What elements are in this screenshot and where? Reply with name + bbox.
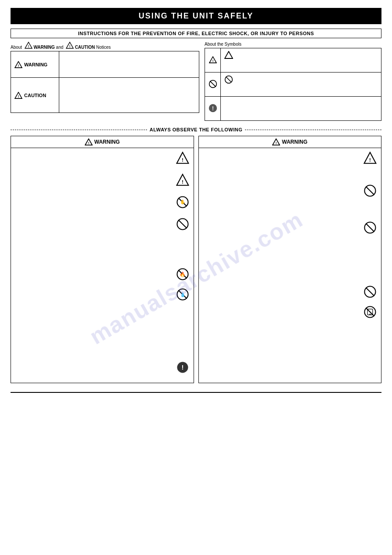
no-fire-icon: 🔥 [176,268,189,281]
svg-line-27 [178,220,187,228]
warning-row-label: ! WARNING [11,51,59,78]
mandatory-circle-icon: ! [176,361,189,374]
about-section: About ! WARNING and ! CAUTION Notices ! … [11,42,381,121]
warn-text-3 [34,195,172,208]
warning-col-left-header: ! WARNING [11,136,194,148]
warning-col-left: ! WARNING ! ! [11,136,194,383]
warning-label: WARNING [24,62,47,67]
warn-r-icon-4 [202,284,218,285]
bottom-rule [11,392,381,393]
warning-triangle-small-1: ! [25,42,32,49]
warning-col-right-header: ! WARNING [199,136,381,148]
warn-triangle-1-icon: ! [176,152,189,165]
warn-r-text-5 [222,305,360,318]
svg-text:!: ! [18,94,19,98]
warn-block-4 [14,217,190,232]
warn-r-block-3 [202,220,378,235]
svg-line-45 [366,287,374,296]
symbol-mandatory-desc [221,97,381,121]
symbol-triangle-cell: ! [205,48,221,73]
about-table: ! WARNING ! CAUTION [11,51,199,113]
always-observe-label: ALWAYS OBSERVE THE FOLLOWING [150,127,242,132]
warn-text-1 [34,151,172,164]
warn-r-icon-3 [202,220,218,221]
warn-r-no-1-icon [363,184,377,197]
svg-text:!: ! [69,44,71,48]
warn-text-5 [34,267,172,280]
warn-triangle-2-icon: ! [176,174,189,187]
warn-r-icon-5 [202,305,218,305]
warn-r-no-fire-icon [363,285,377,298]
warn-icon-4 [14,217,30,218]
caution-triangle-icon: ! [14,92,22,99]
caution-triangle-small-1: ! [66,42,74,49]
always-observe-section: ALWAYS OBSERVE THE FOLLOWING [11,127,381,132]
warn-block-2: ! [14,173,190,188]
warning-triangle-icon: ! [14,61,22,68]
caution-row-label: ! CAUTION [11,78,59,113]
warning-col-right: ! WARNING ! [198,136,382,383]
warn-r-block-5 [202,305,378,319]
warn-block-3: ✋ [14,195,190,210]
symbol-triangle-desc [221,48,381,73]
warning-description [59,51,199,78]
svg-text:!: ! [18,64,19,68]
warn-icon-1 [14,151,30,152]
svg-text:🔥: 🔥 [180,271,186,277]
warn-r-no-2-icon [363,221,377,234]
warn-text-6 [34,287,172,300]
caution-label: CAUTION [24,93,46,98]
warn-icon-6 [14,287,30,288]
warn-icon-mandatory [14,360,30,361]
warn-icon-5 [14,267,30,268]
svg-text:!: ! [182,157,183,163]
warn-r-block-1: ! [202,151,378,166]
svg-line-14 [226,77,232,83]
warn-r-no-device-icon [363,305,377,319]
warning-col2-label: WARNING [282,139,307,145]
svg-line-43 [366,223,374,232]
svg-text:!: ! [212,105,214,112]
svg-marker-10 [225,51,233,58]
svg-text:!: ! [182,179,183,185]
warn-text-2 [34,173,172,186]
warn-r-text-3 [222,220,360,233]
no-symbol-4-icon [176,218,189,231]
spacer-1 [14,237,190,263]
r-spacer-1 [202,240,378,284]
no-hand-icon: ✋ [176,196,189,209]
svg-line-41 [366,186,374,195]
warn-r-text-1 [222,151,360,164]
spacer-2 [14,307,190,360]
about-right: About the Symbols ! [205,42,381,121]
svg-text:!: ! [88,141,89,145]
svg-text:💧: 💧 [180,292,186,297]
warning-columns: ! WARNING ! ! [11,136,381,383]
warn-r-text-4 [222,284,360,297]
svg-text:!: ! [276,141,277,145]
about-label-left: About ! WARNING and ! CAUTION Notices [11,42,199,50]
svg-text:!: ! [28,44,29,48]
about-left: About ! WARNING and ! CAUTION Notices ! … [11,42,199,121]
warn-r-triangle-1-icon: ! [363,152,377,165]
about-symbols-label: About the Symbols [205,42,381,47]
warn-block-5: 🔥 [14,267,190,282]
svg-text:!: ! [369,157,371,163]
warn-block-mandatory: ! [14,360,190,375]
dashed-line-left [11,130,147,130]
svg-text:!: ! [212,59,213,63]
symbols-table: ! ! [205,48,381,121]
warn-r-block-4 [202,284,378,299]
svg-text:✋: ✋ [180,199,186,205]
warn-r-icon-1 [202,151,218,152]
warning-col2-triangle: ! [272,138,280,145]
warn-r-icon-2 [202,183,218,184]
warn-block-1: ! [14,151,190,166]
warning-col1-triangle: ! [85,138,93,145]
warning-col1-label: WARNING [94,139,120,145]
warn-r-text-2 [222,183,360,196]
warn-icon-3 [14,195,30,196]
symbol-no-desc [221,73,381,97]
symbol-mandatory-cell: ! [205,97,221,121]
instructions-banner: INSTRUCTIONS FOR THE PREVENTION OF FIRE,… [11,29,381,38]
